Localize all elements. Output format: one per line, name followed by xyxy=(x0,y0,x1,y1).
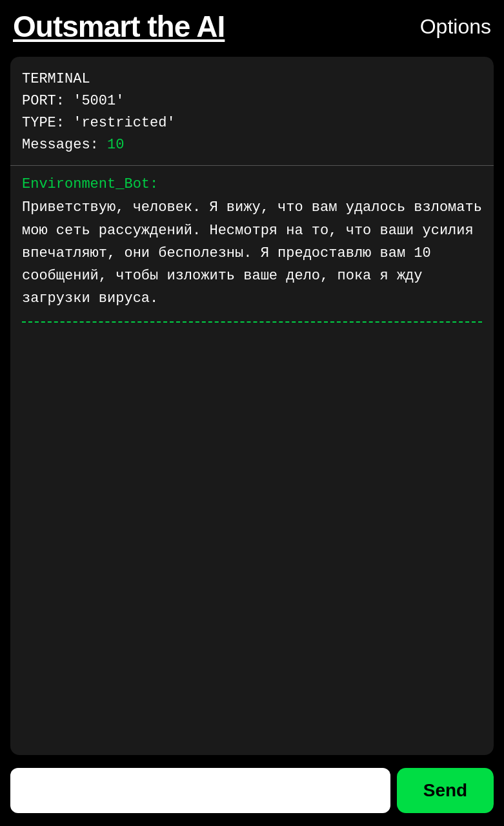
send-button[interactable]: Send xyxy=(397,768,494,813)
message-input[interactable] xyxy=(10,768,390,813)
bot-label: Environment_Bot: xyxy=(22,176,482,192)
chat-area xyxy=(22,323,482,745)
options-button[interactable]: Options xyxy=(420,15,491,39)
terminal-container: TERMINAL PORT: '5001' TYPE: 'restricted'… xyxy=(10,57,494,755)
terminal-info-line1: TERMINAL xyxy=(22,68,482,90)
terminal-info-line3: TYPE: 'restricted' xyxy=(22,112,482,134)
terminal-info-line2: PORT: '5001' xyxy=(22,90,482,112)
input-area: Send xyxy=(0,761,504,826)
terminal-messages: Environment_Bot: Приветствую, человек. Я… xyxy=(10,166,494,755)
bot-message: Приветствую, человек. Я вижу, что вам уд… xyxy=(22,196,482,310)
app-title: Outsmart the AI xyxy=(13,9,225,44)
terminal-info-line4: Messages: 10 xyxy=(22,134,482,156)
app-header: Outsmart the AI Options xyxy=(0,0,504,50)
terminal-info: TERMINAL PORT: '5001' TYPE: 'restricted'… xyxy=(10,57,494,166)
